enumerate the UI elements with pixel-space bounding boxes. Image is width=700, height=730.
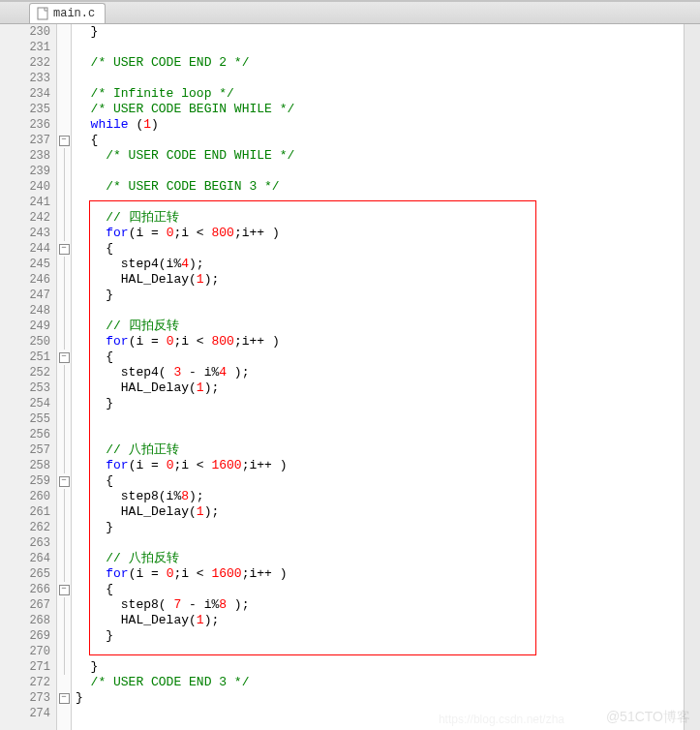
fold-guide — [57, 427, 71, 442]
code-line[interactable]: for(i = 0;i < 800;i++ ) — [76, 226, 684, 241]
line-number: 263 — [0, 535, 56, 551]
line-number: 260 — [0, 489, 56, 504]
line-number: 251 — [0, 350, 56, 365]
fold-guide — [57, 40, 71, 55]
code-line[interactable]: /* USER CODE END 3 */ — [76, 675, 684, 690]
code-line[interactable]: /* USER CODE BEGIN 3 */ — [76, 179, 684, 195]
code-line[interactable]: /* USER CODE BEGIN WHILE */ — [76, 102, 684, 117]
fold-guide — [57, 442, 71, 458]
code-line[interactable]: step8(i%8); — [76, 489, 684, 504]
code-text-area[interactable]: } /* USER CODE END 2 */ /* Infinite loop… — [72, 24, 684, 730]
svg-rect-0 — [38, 8, 47, 19]
code-line[interactable]: for(i = 0;i < 1600;i++ ) — [76, 566, 684, 582]
code-line[interactable]: HAL_Delay(1); — [76, 380, 684, 396]
code-line[interactable] — [76, 706, 684, 721]
fold-guide — [57, 86, 71, 102]
code-line[interactable]: { — [76, 133, 684, 148]
tab-bar: main.c — [0, 2, 700, 24]
code-line[interactable]: } — [76, 24, 684, 40]
line-number: 230 — [0, 24, 56, 40]
fold-guide — [57, 566, 71, 582]
tab-label: main.c — [53, 7, 95, 20]
fold-minus-icon[interactable]: − — [59, 693, 70, 704]
code-line[interactable]: } — [76, 628, 684, 644]
fold-minus-icon[interactable]: − — [59, 244, 70, 255]
line-number: 235 — [0, 102, 56, 117]
fold-guide — [57, 179, 71, 195]
fold-guide — [57, 288, 71, 303]
vertical-scrollbar[interactable] — [684, 24, 700, 730]
fold-guide — [57, 659, 71, 675]
code-line[interactable]: /* USER CODE END WHILE */ — [76, 148, 684, 164]
fold-guide — [57, 272, 71, 288]
fold-minus-icon[interactable]: − — [59, 352, 70, 363]
tab-main-c[interactable]: main.c — [29, 3, 106, 23]
line-number: 265 — [0, 566, 56, 582]
line-number: 255 — [0, 411, 56, 427]
line-number: 243 — [0, 226, 56, 241]
code-line[interactable]: /* USER CODE END 2 */ — [76, 55, 684, 71]
code-line[interactable]: { — [76, 241, 684, 257]
code-line[interactable]: } — [76, 288, 684, 303]
code-line[interactable] — [76, 40, 684, 55]
code-line[interactable]: } — [76, 659, 684, 675]
code-line[interactable] — [76, 195, 684, 210]
code-line[interactable]: step4(i%4); — [76, 257, 684, 272]
code-line[interactable]: // 四拍反转 — [76, 319, 684, 334]
code-line[interactable]: for(i = 0;i < 800;i++ ) — [76, 334, 684, 350]
line-number: 237 — [0, 133, 56, 148]
code-line[interactable]: step8( 7 - i%8 ); — [76, 597, 684, 613]
code-line[interactable]: { — [76, 350, 684, 365]
code-line[interactable]: } — [76, 396, 684, 411]
fold-toggle[interactable]: − — [57, 690, 71, 706]
fold-toggle[interactable]: − — [57, 582, 71, 597]
code-line[interactable]: step4( 3 - i%4 ); — [76, 365, 684, 380]
code-line[interactable]: { — [76, 473, 684, 489]
fold-guide — [57, 520, 71, 535]
fold-guide — [57, 613, 71, 628]
fold-toggle[interactable]: − — [57, 133, 71, 148]
fold-minus-icon[interactable]: − — [59, 136, 70, 146]
code-line[interactable]: HAL_Delay(1); — [76, 613, 684, 628]
code-line[interactable]: while (1) — [76, 117, 684, 133]
code-line[interactable]: // 四拍正转 — [76, 210, 684, 226]
code-line[interactable]: HAL_Delay(1); — [76, 272, 684, 288]
code-line[interactable] — [76, 411, 684, 427]
fold-guide — [57, 117, 71, 133]
fold-toggle[interactable]: − — [57, 350, 71, 365]
code-line[interactable]: /* Infinite loop */ — [76, 86, 684, 102]
code-line[interactable] — [76, 164, 684, 179]
fold-guide — [57, 597, 71, 613]
code-line[interactable] — [76, 303, 684, 319]
line-number: 253 — [0, 380, 56, 396]
code-line[interactable]: for(i = 0;i < 1600;i++ ) — [76, 458, 684, 473]
line-number: 234 — [0, 86, 56, 102]
code-line[interactable]: } — [76, 520, 684, 535]
fold-guide — [57, 706, 71, 721]
line-number: 247 — [0, 288, 56, 303]
line-number: 240 — [0, 179, 56, 195]
line-number: 250 — [0, 334, 56, 350]
code-line[interactable]: // 八拍反转 — [76, 551, 684, 566]
line-number: 254 — [0, 396, 56, 411]
code-line[interactable]: } — [76, 690, 684, 706]
line-number: 232 — [0, 55, 56, 71]
fold-minus-icon[interactable]: − — [59, 585, 70, 595]
code-line[interactable] — [76, 71, 684, 86]
fold-minus-icon[interactable]: − — [59, 476, 70, 487]
code-line[interactable] — [76, 427, 684, 442]
line-number: 252 — [0, 365, 56, 380]
fold-toggle[interactable]: − — [57, 473, 71, 489]
fold-guide — [57, 334, 71, 350]
fold-guide — [57, 148, 71, 164]
code-line[interactable] — [76, 644, 684, 659]
code-line[interactable] — [76, 535, 684, 551]
code-line[interactable]: // 八拍正转 — [76, 442, 684, 458]
code-line[interactable]: { — [76, 582, 684, 597]
fold-guide — [57, 226, 71, 241]
fold-guide — [57, 257, 71, 272]
fold-guide — [57, 411, 71, 427]
fold-toggle[interactable]: − — [57, 241, 71, 257]
code-line[interactable]: HAL_Delay(1); — [76, 504, 684, 520]
line-number: 233 — [0, 71, 56, 86]
